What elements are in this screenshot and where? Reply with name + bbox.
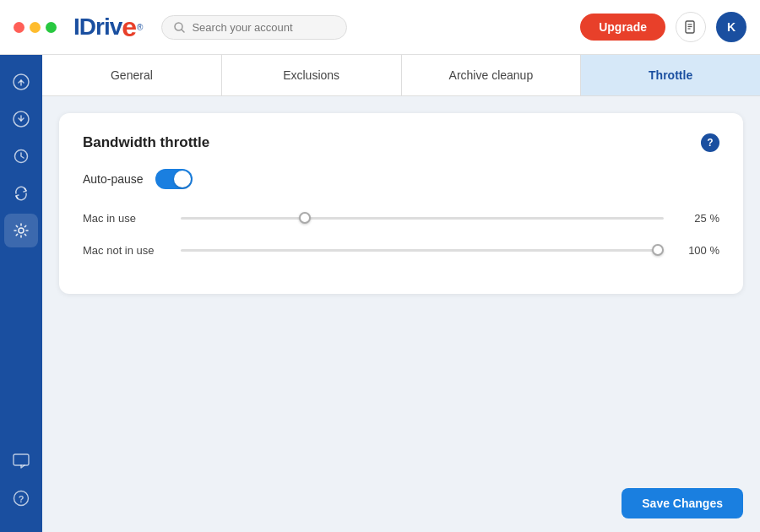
- help-icon: ?: [13, 490, 30, 507]
- titlebar-right: Upgrade K: [580, 12, 746, 42]
- search-icon: [174, 22, 185, 33]
- svg-text:?: ?: [19, 494, 24, 504]
- mac-not-in-use-value: 100 %: [677, 244, 719, 257]
- close-button[interactable]: [14, 22, 24, 33]
- bandwidth-throttle-card: Bandwidth throttle ? Auto-pause Mac in u…: [59, 113, 743, 294]
- sidebar-item-upload[interactable]: [4, 65, 38, 99]
- auto-pause-row: Auto-pause: [83, 169, 719, 189]
- logo-text: IDriv: [73, 14, 122, 41]
- document-icon: [684, 20, 698, 34]
- sidebar-item-settings[interactable]: [4, 214, 38, 247]
- download-icon: [13, 111, 30, 128]
- sidebar-item-sync[interactable]: [4, 176, 38, 210]
- sidebar-item-history[interactable]: [4, 139, 38, 173]
- page-footer: Save Changes: [42, 475, 760, 532]
- logo-trademark: ®: [137, 23, 143, 32]
- sync-icon: [13, 185, 30, 202]
- card-title: Bandwidth throttle: [83, 134, 209, 151]
- upgrade-button[interactable]: Upgrade: [580, 14, 665, 41]
- help-tooltip-icon[interactable]: ?: [701, 133, 719, 152]
- mac-in-use-slider[interactable]: [181, 217, 664, 220]
- tab-throttle[interactable]: Throttle: [581, 55, 760, 95]
- mac-in-use-label: Mac in use: [83, 212, 167, 225]
- mac-not-in-use-label: Mac not in use: [83, 244, 167, 257]
- mac-not-in-use-slider[interactable]: [181, 249, 664, 252]
- logo-e: e: [122, 12, 137, 43]
- mac-in-use-row: Mac in use 25 %: [83, 209, 719, 226]
- svg-rect-12: [14, 454, 29, 465]
- titlebar: IDrive® Upgrade K: [0, 0, 760, 55]
- search-input[interactable]: [192, 21, 334, 34]
- tab-general[interactable]: General: [42, 55, 222, 95]
- content-area: General Exclusions Archive cleanup Throt…: [42, 55, 760, 532]
- minimize-button[interactable]: [30, 22, 41, 33]
- mac-not-in-use-slider-container: [181, 242, 664, 258]
- svg-point-11: [19, 228, 24, 233]
- sidebar: ?: [0, 55, 42, 532]
- auto-pause-toggle[interactable]: [155, 169, 193, 189]
- card-header: Bandwidth throttle ?: [83, 133, 719, 152]
- sidebar-item-help[interactable]: ?: [4, 481, 38, 515]
- search-bar[interactable]: [161, 15, 347, 40]
- user-avatar[interactable]: K: [716, 12, 746, 42]
- clock-icon: [13, 148, 30, 165]
- sidebar-item-messages[interactable]: [4, 444, 38, 478]
- mac-in-use-value: 25 %: [677, 212, 719, 225]
- save-changes-button[interactable]: Save Changes: [622, 488, 743, 518]
- svg-line-1: [182, 30, 184, 32]
- auto-pause-label: Auto-pause: [83, 172, 144, 186]
- notifications-button[interactable]: [676, 12, 706, 42]
- app-logo: IDrive®: [73, 12, 143, 43]
- gear-icon: [13, 222, 30, 239]
- tab-archive-cleanup[interactable]: Archive cleanup: [402, 55, 582, 95]
- sidebar-item-download[interactable]: [4, 102, 38, 136]
- maximize-button[interactable]: [46, 22, 57, 33]
- messages-icon: [13, 453, 30, 469]
- toggle-knob: [174, 171, 191, 187]
- page-content: Bandwidth throttle ? Auto-pause Mac in u…: [42, 96, 760, 532]
- main-layout: ? General Exclusions Archive cleanup Thr…: [0, 55, 760, 532]
- tab-bar: General Exclusions Archive cleanup Throt…: [42, 55, 760, 96]
- mac-in-use-slider-container: [181, 209, 664, 226]
- mac-not-in-use-row: Mac not in use 100 %: [83, 242, 719, 258]
- window-controls: [14, 22, 57, 33]
- tab-exclusions[interactable]: Exclusions: [222, 55, 402, 95]
- upload-icon: [13, 73, 30, 90]
